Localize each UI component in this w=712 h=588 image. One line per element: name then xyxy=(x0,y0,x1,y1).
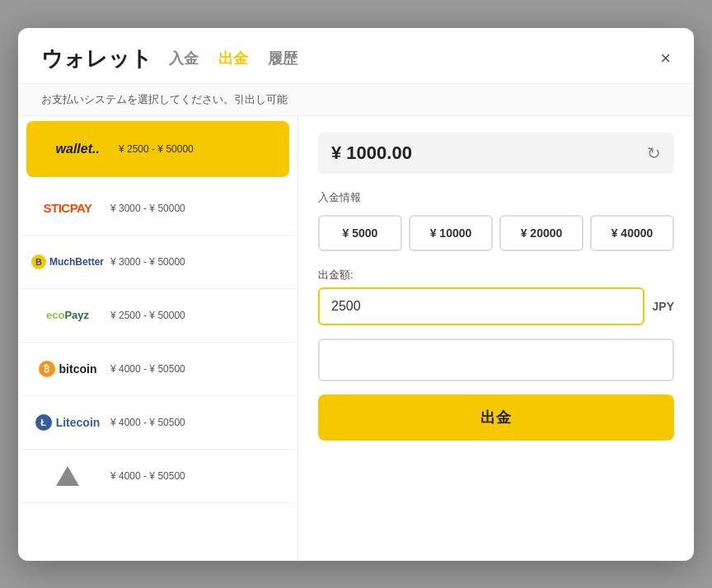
quick-amounts: ¥ 5000 ¥ 10000 ¥ 20000 ¥ 40000 xyxy=(318,215,674,251)
ecopayz-logo: ecoPayz xyxy=(35,301,101,330)
muchbetter-range: ¥ 3000 - ¥ 50000 xyxy=(110,256,185,268)
litecoin-logo: ŁLitecoin xyxy=(35,408,101,437)
payment-item-litecoin[interactable]: ŁLitecoin ¥ 4000 - ¥ 50500 xyxy=(20,396,296,450)
section-label: 入金情報 xyxy=(318,190,674,205)
submit-button[interactable]: 出金 xyxy=(318,394,674,441)
close-button[interactable]: × xyxy=(660,49,671,68)
muchbetter-logo: BMuchBetter xyxy=(35,247,101,277)
sticpay-range: ¥ 3000 - ¥ 50000 xyxy=(110,203,185,214)
bitcoin-range: ¥ 4000 - ¥ 50500 xyxy=(110,363,185,375)
tab-deposit[interactable]: 入金 xyxy=(166,47,202,70)
payment-item-muchbetter[interactable]: BMuchBetter ¥ 3000 - ¥ 50000 xyxy=(20,236,296,289)
tab-history[interactable]: 履歴 xyxy=(265,47,301,70)
modal-title: ウォレット xyxy=(41,44,152,73)
extra-input[interactable] xyxy=(318,338,674,381)
quick-amount-10000[interactable]: ¥ 10000 xyxy=(409,215,493,251)
right-panel: ¥ 1000.00 ↻ 入金情報 ¥ 5000 ¥ 10000 ¥ 20000 … xyxy=(298,116,694,561)
litecoin-range: ¥ 4000 - ¥ 50500 xyxy=(110,417,185,428)
modal-subtitle: お支払いシステムを選択してください。引出し可能 xyxy=(18,84,694,116)
currency-label: JPY xyxy=(653,300,674,313)
amount-input[interactable] xyxy=(318,287,644,325)
iwallet-logo: iwallet.. xyxy=(43,134,109,164)
payment-item-iwallet[interactable]: iwallet.. ¥ 2500 - ¥ 50000 xyxy=(26,121,289,177)
modal-header: ウォレット 入金 出金 履歴 × xyxy=(18,28,694,84)
other-range: ¥ 4000 - ¥ 50500 xyxy=(110,470,185,482)
tab-withdraw[interactable]: 出金 xyxy=(215,47,251,70)
payment-item-ecopayz[interactable]: ecoPayz ¥ 2500 - ¥ 50000 xyxy=(20,289,296,343)
quick-amount-5000[interactable]: ¥ 5000 xyxy=(318,215,402,251)
wallet-modal: ウォレット 入金 出金 履歴 × お支払いシステムを選択してください。引出し可能… xyxy=(18,28,694,561)
arrow-icon xyxy=(56,466,79,486)
quick-amount-20000[interactable]: ¥ 20000 xyxy=(499,215,583,251)
ecopayz-range: ¥ 2500 - ¥ 50000 xyxy=(110,310,185,321)
payment-item-bitcoin[interactable]: ₿bitcoin ¥ 4000 - ¥ 50500 xyxy=(20,343,296,396)
refresh-icon[interactable]: ↻ xyxy=(647,143,661,163)
amount-input-row: JPY xyxy=(318,287,674,325)
payment-list: iwallet.. ¥ 2500 - ¥ 50000 STICPAY ¥ 300… xyxy=(18,116,298,561)
iwallet-range: ¥ 2500 - ¥ 50000 xyxy=(119,143,194,155)
other-logo xyxy=(35,461,101,491)
payment-item-sticpay[interactable]: STICPAY ¥ 3000 - ¥ 50000 xyxy=(20,182,296,236)
payment-item-other[interactable]: ¥ 4000 - ¥ 50500 xyxy=(20,450,296,503)
balance-amount: ¥ 1000.00 xyxy=(331,142,647,164)
bitcoin-logo: ₿bitcoin xyxy=(35,354,101,384)
amount-field-label: 出金額: xyxy=(318,268,674,282)
quick-amount-40000[interactable]: ¥ 40000 xyxy=(590,215,674,251)
sticpay-logo: STICPAY xyxy=(35,194,101,223)
modal-body: iwallet.. ¥ 2500 - ¥ 50000 STICPAY ¥ 300… xyxy=(18,116,694,561)
balance-row: ¥ 1000.00 ↻ xyxy=(318,133,674,174)
